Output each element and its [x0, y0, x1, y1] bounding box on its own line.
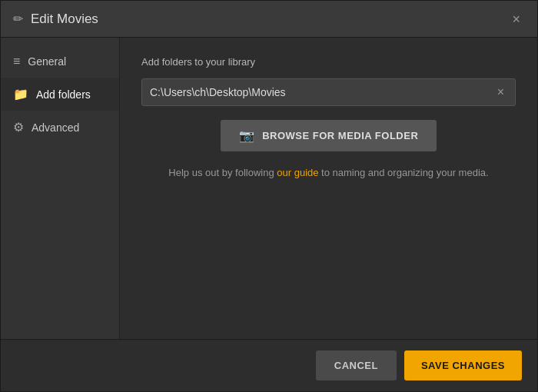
folder-path-input[interactable]	[150, 79, 494, 105]
section-label: Add folders to your library	[141, 56, 516, 68]
sidebar-item-label: Add folders	[36, 88, 91, 101]
dialog-title: Edit Movies	[31, 12, 98, 27]
sidebar-item-general[interactable]: ≡ General	[1, 45, 119, 78]
sidebar-item-label: General	[28, 55, 66, 68]
help-text-before: Help us out by following	[168, 167, 277, 178]
dialog-body: ≡ General 📁 Add folders ⚙ Advanced Add f…	[1, 38, 537, 339]
camera-icon: 📷	[239, 128, 255, 143]
browse-media-folder-button[interactable]: 📷 BROWSE FOR MEDIA FOLDER	[221, 120, 437, 151]
browse-button-label: BROWSE FOR MEDIA FOLDER	[262, 130, 418, 141]
sidebar-item-add-folders[interactable]: 📁 Add folders	[1, 78, 119, 111]
folder-clear-button[interactable]: ×	[494, 84, 507, 101]
close-button[interactable]: ×	[507, 11, 525, 28]
title-area: ✏ Edit Movies	[13, 12, 98, 27]
sidebar-item-label: Advanced	[32, 121, 79, 134]
folder-icon: 📁	[13, 87, 28, 101]
list-icon: ≡	[13, 55, 20, 68]
edit-movies-dialog: ✏ Edit Movies × ≡ General 📁 Add folders …	[0, 0, 538, 392]
help-text: Help us out by following our guide to na…	[141, 167, 516, 178]
help-text-after: to naming and organizing your media.	[319, 167, 489, 178]
dialog-header: ✏ Edit Movies ×	[1, 1, 537, 38]
dialog-footer: CANCEL SAVE CHANGES	[1, 339, 537, 391]
cancel-button[interactable]: CANCEL	[316, 350, 397, 380]
browse-button-wrapper: 📷 BROWSE FOR MEDIA FOLDER	[141, 120, 516, 167]
folder-input-row: ×	[141, 78, 516, 106]
save-changes-button[interactable]: SAVE CHANGES	[404, 350, 522, 380]
our-guide-link[interactable]: our guide	[277, 167, 318, 178]
gear-icon: ⚙	[13, 120, 24, 135]
sidebar-item-advanced[interactable]: ⚙ Advanced	[1, 111, 119, 144]
main-content: Add folders to your library × 📷 BROWSE F…	[120, 38, 537, 339]
pencil-icon: ✏	[13, 12, 23, 26]
sidebar: ≡ General 📁 Add folders ⚙ Advanced	[1, 38, 120, 339]
